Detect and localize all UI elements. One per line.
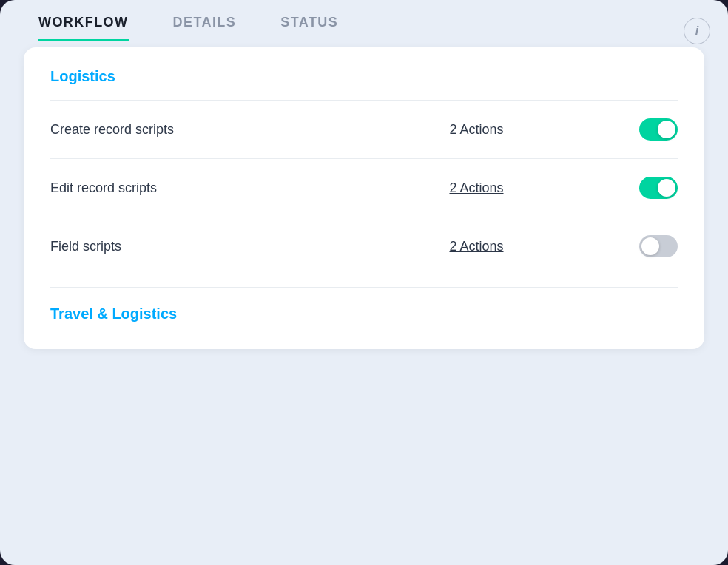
content-card: Logistics Create record scripts 2 Action… — [24, 47, 704, 349]
section-title-travel: Travel & Logistics — [50, 287, 678, 322]
outer-container: i WORKFLOW DETAILS STATUS Logistics Crea… — [0, 0, 728, 565]
toggle-create[interactable] — [639, 118, 678, 141]
actions-link-field[interactable]: 2 Actions — [334, 239, 619, 254]
table-row: Create record scripts 2 Actions — [50, 100, 678, 158]
script-name-field: Field scripts — [50, 239, 334, 254]
toggle-edit[interactable] — [639, 177, 678, 199]
script-name-create: Create record scripts — [50, 122, 334, 138]
toggle-knob-field — [641, 237, 659, 255]
tab-status[interactable]: STATUS — [280, 15, 338, 41]
table-row: Edit record scripts 2 Actions — [50, 158, 678, 217]
toggle-area-field — [619, 235, 678, 257]
actions-link-create[interactable]: 2 Actions — [334, 122, 619, 138]
script-name-edit: Edit record scripts — [50, 180, 334, 196]
info-icon: i — [695, 24, 698, 38]
main-panel: WORKFLOW DETAILS STATUS Logistics Create… — [24, 15, 704, 349]
toggle-area-edit — [619, 177, 678, 199]
toggle-field[interactable] — [639, 235, 678, 257]
info-button[interactable]: i — [684, 18, 710, 44]
toggle-knob-edit — [658, 179, 675, 197]
section-title-logistics: Logistics — [50, 68, 678, 85]
actions-link-edit[interactable]: 2 Actions — [334, 180, 619, 196]
table-row: Field scripts 2 Actions — [50, 217, 678, 275]
tabs-bar: WORKFLOW DETAILS STATUS — [24, 15, 704, 41]
toggle-area-create — [619, 118, 678, 141]
tab-workflow[interactable]: WORKFLOW — [38, 15, 129, 41]
tab-details[interactable]: DETAILS — [173, 15, 237, 41]
toggle-knob-create — [658, 121, 675, 138]
